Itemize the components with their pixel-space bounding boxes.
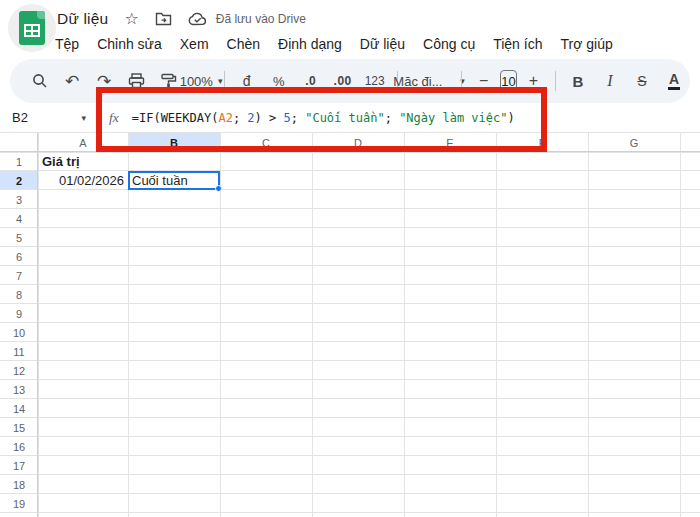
logo-fold	[37, 11, 45, 19]
row-header-right-border	[37, 133, 38, 517]
menu-2[interactable]: Chỉnh sửa	[88, 33, 171, 55]
gridline	[0, 455, 700, 456]
row-header-19[interactable]: 19	[0, 494, 38, 513]
select-all-corner[interactable]	[0, 133, 38, 152]
move-to-folder-icon[interactable]	[155, 12, 172, 26]
menu-4[interactable]: Chèn	[218, 33, 269, 55]
row-header-6[interactable]: 6	[0, 247, 38, 266]
cell-A1[interactable]: Giá trị	[42, 152, 124, 171]
gridline	[0, 208, 700, 209]
gridline	[312, 133, 313, 517]
column-header-C[interactable]: C	[220, 133, 312, 152]
row-header-17[interactable]: 17	[0, 456, 38, 475]
formula-token: ;	[233, 111, 247, 125]
row-header-18[interactable]: 18	[0, 475, 38, 494]
column-header-G[interactable]: G	[588, 133, 680, 152]
column-header-A[interactable]: A	[38, 133, 128, 152]
text-color-button[interactable]: A	[668, 72, 680, 90]
row-header-4[interactable]: 4	[0, 209, 38, 228]
gridline	[404, 133, 405, 517]
row-header-15[interactable]: 15	[0, 418, 38, 437]
formula-input[interactable]: =IF(WEEKDAY(A2; 2) > 5; "Cuối tuần"; "Ng…	[132, 111, 515, 125]
column-header-F[interactable]: F	[496, 133, 588, 152]
font-select[interactable]: Mặc đị... ▾	[407, 68, 451, 94]
column-header-[interactable]	[680, 133, 700, 152]
currency-format-button[interactable]: đ	[235, 68, 259, 94]
gridline	[0, 493, 700, 494]
formula-token: "Cuối tuần"	[305, 111, 384, 125]
toolbar-separator	[461, 71, 462, 91]
row-header-11[interactable]: 11	[0, 342, 38, 361]
row-header-20[interactable]	[0, 513, 38, 517]
font-size-input[interactable]: 10	[500, 70, 518, 92]
toolbar-separator	[555, 71, 556, 91]
gridline	[0, 303, 700, 304]
formula-token: ;	[385, 111, 399, 125]
gridline	[0, 265, 700, 266]
gridline	[0, 417, 700, 418]
row-header-7[interactable]: 7	[0, 266, 38, 285]
column-header-D[interactable]: D	[312, 133, 404, 152]
row-header-12[interactable]: 12	[0, 361, 38, 380]
row-header-13[interactable]: 13	[0, 380, 38, 399]
gridline	[0, 284, 700, 285]
row-header-16[interactable]: 16	[0, 437, 38, 456]
row-header-1[interactable]: 1	[0, 152, 38, 171]
bold-button[interactable]: B	[566, 68, 590, 94]
redo-icon[interactable]: ↷	[92, 68, 116, 94]
toolbar-separator	[224, 71, 225, 91]
increase-font-size-button[interactable]: +	[521, 68, 545, 94]
zoom-select[interactable]: 100% ▾	[188, 68, 214, 94]
menu-7[interactable]: Công cụ	[414, 33, 484, 55]
row-header-2[interactable]: 2	[0, 171, 38, 190]
chevron-down-icon: ▾	[81, 113, 86, 123]
cloud-saved-icon[interactable]	[188, 12, 208, 26]
gridline	[588, 133, 589, 517]
toolbar: ↶ ↷ 100% ▾ đ % .0 .00 123 Mặc đ	[10, 59, 690, 103]
paint-format-icon[interactable]	[156, 68, 180, 94]
star-icon[interactable]: ☆	[124, 11, 138, 27]
zoom-value: 100%	[180, 74, 213, 89]
row-header-10[interactable]: 10	[0, 323, 38, 342]
google-sheets-window: Dữ liệu ☆ Đã lưu vào Drive TệpChỉnh sửaX…	[0, 0, 700, 517]
name-box[interactable]: B2 ▾	[0, 103, 96, 132]
menu-9[interactable]: Trợ giúp	[551, 33, 621, 55]
cell-A2[interactable]: 01/02/2026	[42, 171, 124, 190]
decrease-decimal-button[interactable]: .0	[299, 68, 323, 94]
sheets-logo-icon	[19, 11, 45, 45]
increase-decimal-button[interactable]: .00	[331, 68, 355, 94]
menu-bar: TệpChỉnh sửaXemChènĐịnh dạngDữ liệuCông …	[46, 33, 622, 55]
active-cell-border[interactable]	[128, 171, 220, 190]
gridline	[0, 398, 700, 399]
menu-8[interactable]: Tiện ích	[484, 33, 551, 55]
more-formats-button[interactable]: 123	[363, 68, 387, 94]
row-header-8[interactable]: 8	[0, 285, 38, 304]
menu-5[interactable]: Định dạng	[269, 33, 351, 55]
search-icon[interactable]	[28, 68, 52, 94]
top-bar: Dữ liệu ☆ Đã lưu vào Drive TệpChỉnh sửaX…	[0, 0, 700, 57]
decrease-font-size-button[interactable]: −	[472, 68, 496, 94]
row-header-14[interactable]: 14	[0, 399, 38, 418]
formula-token: =IF(WEEKDAY(	[132, 111, 219, 125]
row-header-3[interactable]: 3	[0, 190, 38, 209]
gridline	[0, 436, 700, 437]
formula-token: 2	[247, 111, 254, 125]
undo-icon[interactable]: ↶	[60, 68, 84, 94]
print-icon[interactable]	[124, 68, 148, 94]
formula-bar: B2 ▾ fx =IF(WEEKDAY(A2; 2) > 5; "Cuối tu…	[0, 103, 700, 133]
column-header-E[interactable]: E	[404, 133, 496, 152]
menu-1[interactable]: Tệp	[46, 33, 88, 55]
menu-3[interactable]: Xem	[171, 33, 218, 55]
menu-6[interactable]: Dữ liệu	[351, 33, 414, 55]
strikethrough-button[interactable]: S	[630, 68, 654, 94]
document-title[interactable]: Dữ liệu	[57, 10, 108, 28]
gridline	[0, 474, 700, 475]
row-header-9[interactable]: 9	[0, 304, 38, 323]
percent-format-button[interactable]: %	[267, 68, 291, 94]
logo-grid-glyph	[24, 24, 40, 37]
fill-handle[interactable]	[215, 185, 222, 192]
row-header-5[interactable]: 5	[0, 228, 38, 247]
italic-button[interactable]: I	[598, 68, 622, 94]
gridline	[0, 341, 700, 342]
column-header-B[interactable]: B	[128, 133, 220, 152]
